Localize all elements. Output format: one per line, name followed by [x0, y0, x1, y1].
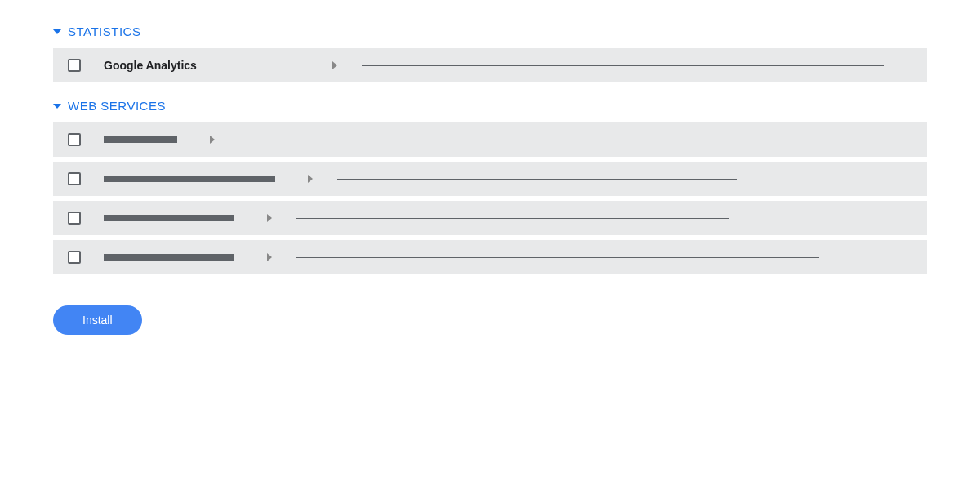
install-button[interactable]: Install [53, 305, 142, 335]
checkbox[interactable] [68, 59, 81, 72]
chevron-down-icon [53, 104, 61, 109]
description-placeholder [362, 65, 884, 66]
section-title: WEB SERVICES [68, 99, 166, 113]
list-item [53, 162, 927, 196]
item-label-placeholder [104, 136, 177, 143]
description-placeholder [296, 257, 819, 258]
section-statistics: STATISTICS Google Analytics [53, 24, 927, 82]
checkbox[interactable] [68, 172, 81, 185]
section-header-statistics[interactable]: STATISTICS [53, 24, 927, 38]
list-item [53, 240, 927, 274]
description-placeholder [239, 140, 697, 140]
section-web-services: WEB SERVICES [53, 99, 927, 274]
section-title: STATISTICS [68, 24, 140, 38]
item-label-placeholder [104, 176, 275, 182]
chevron-right-icon[interactable] [267, 253, 272, 261]
item-label-placeholder [104, 215, 234, 221]
section-header-web-services[interactable]: WEB SERVICES [53, 99, 927, 113]
checkbox[interactable] [68, 212, 81, 225]
checkbox[interactable] [68, 251, 81, 264]
list-item: Google Analytics [53, 48, 927, 82]
checkbox[interactable] [68, 133, 81, 146]
list-item [53, 122, 927, 157]
chevron-right-icon[interactable] [332, 61, 337, 69]
item-label-placeholder [104, 254, 234, 261]
chevron-down-icon [53, 29, 61, 34]
description-placeholder [296, 218, 729, 219]
chevron-right-icon[interactable] [210, 136, 215, 144]
list-item [53, 201, 927, 235]
chevron-right-icon[interactable] [308, 175, 313, 183]
description-placeholder [337, 179, 737, 180]
chevron-right-icon[interactable] [267, 214, 272, 222]
item-label: Google Analytics [104, 59, 300, 72]
